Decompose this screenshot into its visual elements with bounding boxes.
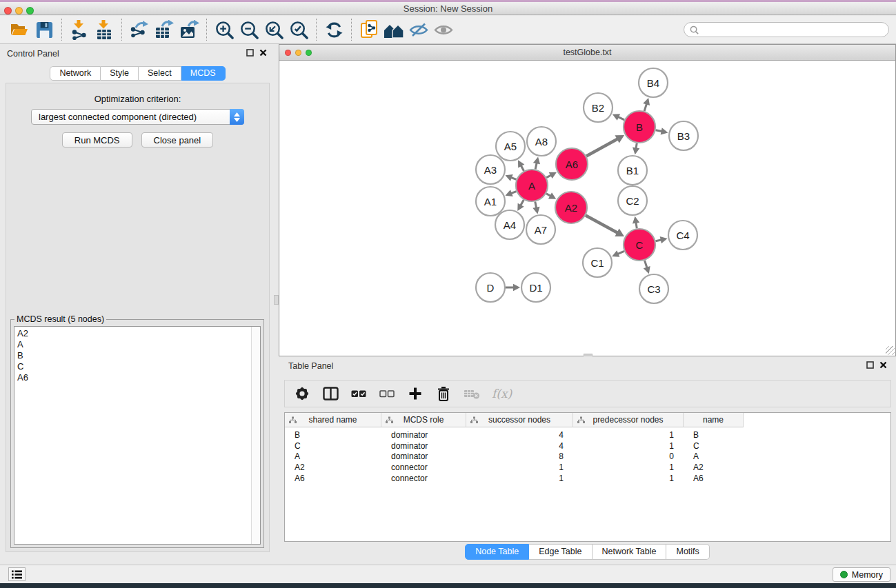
graph-node-A3[interactable]: A3 bbox=[476, 155, 505, 184]
table-cell[interactable]: dominator bbox=[381, 441, 466, 451]
column-header-successor-nodes[interactable]: successor nodes bbox=[466, 413, 573, 427]
result-item[interactable]: C bbox=[17, 361, 249, 372]
table-cell[interactable]: B bbox=[684, 430, 744, 440]
table-row[interactable]: A2connector11A2 bbox=[285, 462, 890, 473]
zoom-fit-button[interactable] bbox=[261, 18, 286, 41]
graph-node-B3[interactable]: B3 bbox=[669, 121, 698, 150]
graph-node-A2[interactable]: A2 bbox=[555, 192, 587, 223]
import-network-button[interactable] bbox=[67, 18, 92, 41]
table-cell[interactable]: 1 bbox=[466, 463, 573, 472]
duplicate-network-button[interactable] bbox=[357, 18, 381, 41]
show-columns-button[interactable] bbox=[322, 385, 339, 402]
graph-node-C1[interactable]: C1 bbox=[583, 248, 612, 277]
graph-node-B1[interactable]: B1 bbox=[618, 156, 647, 185]
zoom-selected-button[interactable] bbox=[286, 18, 311, 41]
table-cell[interactable]: A bbox=[684, 452, 744, 461]
table-settings-button[interactable] bbox=[294, 385, 310, 402]
float-panel-icon[interactable] bbox=[246, 49, 254, 57]
graph-node-D1[interactable]: D1 bbox=[521, 273, 550, 302]
zoom-out-button[interactable] bbox=[237, 18, 261, 41]
graph-node-C2[interactable]: C2 bbox=[618, 186, 647, 215]
table-cell[interactable]: dominator bbox=[381, 452, 466, 461]
run-mcds-button[interactable]: Run MCDS bbox=[62, 132, 132, 148]
graph-node-C4[interactable]: C4 bbox=[668, 221, 697, 250]
result-item[interactable]: B bbox=[17, 350, 249, 361]
graph-node-A7[interactable]: A7 bbox=[526, 215, 555, 244]
graph-node-C3[interactable]: C3 bbox=[639, 274, 668, 303]
graph-node-C[interactable]: C bbox=[624, 229, 655, 261]
table-cell[interactable]: 1 bbox=[573, 430, 684, 440]
graph-node-B4[interactable]: B4 bbox=[639, 68, 668, 97]
hide-graphics-details-button[interactable] bbox=[406, 18, 431, 41]
table-row[interactable]: Cdominator41C bbox=[285, 440, 890, 452]
result-scrollbar[interactable] bbox=[251, 327, 260, 544]
column-header-MCDS-role[interactable]: MCDS role bbox=[381, 413, 466, 427]
graph-node-A8[interactable]: A8 bbox=[527, 127, 556, 156]
save-session-button[interactable] bbox=[32, 18, 57, 41]
graph-node-A[interactable]: A bbox=[516, 170, 548, 201]
graph-node-A1[interactable]: A1 bbox=[476, 187, 505, 216]
network-graph[interactable]: B4B2BB3A5A8A6A3AB1A1A2C2A4A7C4CC1C3DD1 bbox=[279, 61, 895, 356]
graph-node-A6[interactable]: A6 bbox=[556, 148, 588, 180]
deselect-all-button[interactable] bbox=[379, 385, 395, 402]
tab-style[interactable]: Style bbox=[101, 66, 139, 81]
column-header-name[interactable]: name bbox=[684, 413, 744, 427]
graph-node-B2[interactable]: B2 bbox=[584, 93, 613, 122]
table-row[interactable]: Bdominator41B bbox=[285, 429, 890, 440]
task-history-button[interactable] bbox=[8, 567, 26, 581]
tab-network[interactable]: Network bbox=[50, 66, 101, 81]
result-item[interactable]: A6 bbox=[17, 372, 249, 383]
table-cell[interactable]: A6 bbox=[684, 474, 744, 483]
table-cell[interactable]: C bbox=[285, 441, 381, 451]
export-image-button[interactable] bbox=[177, 18, 201, 41]
graph-node-A5[interactable]: A5 bbox=[496, 132, 525, 161]
table-tab-motifs[interactable]: Motifs bbox=[666, 544, 709, 560]
table-tab-network-table[interactable]: Network Table bbox=[593, 544, 667, 560]
resize-grip[interactable] bbox=[886, 346, 895, 355]
tab-select[interactable]: Select bbox=[139, 66, 181, 81]
table-cell[interactable]: 4 bbox=[466, 441, 573, 451]
zoom-in-button[interactable] bbox=[212, 18, 237, 41]
tab-mcds[interactable]: MCDS bbox=[181, 66, 226, 81]
table-cell[interactable]: connector bbox=[381, 463, 466, 472]
export-table-button[interactable] bbox=[152, 18, 177, 41]
network-canvas[interactable]: B4B2BB3A5A8A6A3AB1A1A2C2A4A7C4CC1C3DD1 bbox=[279, 61, 895, 356]
table-cell[interactable]: 1 bbox=[573, 463, 684, 472]
table-cell[interactable]: dominator bbox=[381, 430, 466, 440]
table-cell[interactable]: 8 bbox=[466, 452, 573, 461]
table-cell[interactable]: A6 bbox=[285, 474, 381, 483]
table-cell[interactable]: B bbox=[285, 430, 381, 440]
close-panel-button[interactable]: Close panel bbox=[141, 132, 214, 148]
graph-node-D[interactable]: D bbox=[476, 273, 505, 302]
show-graphics-details-button[interactable] bbox=[431, 18, 456, 41]
table-row[interactable]: Adominator80A bbox=[285, 451, 890, 462]
open-session-button[interactable] bbox=[7, 18, 32, 41]
float-table-panel-icon[interactable] bbox=[866, 361, 874, 369]
table-cell[interactable]: A2 bbox=[285, 463, 381, 472]
show-all-networks-button[interactable] bbox=[381, 18, 406, 41]
table-tab-node-table[interactable]: Node Table bbox=[465, 544, 529, 560]
table-cell[interactable]: connector bbox=[381, 474, 466, 483]
table-tab-edge-table[interactable]: Edge Table bbox=[529, 544, 592, 560]
table-cell[interactable]: 0 bbox=[573, 452, 684, 461]
graph-node-A4[interactable]: A4 bbox=[495, 210, 524, 239]
search-input[interactable] bbox=[702, 24, 883, 35]
table-cell[interactable]: 4 bbox=[466, 430, 573, 440]
criterion-dropdown[interactable]: largest connected component (directed) bbox=[31, 109, 244, 125]
table-cell[interactable]: A2 bbox=[684, 463, 744, 472]
export-network-button[interactable] bbox=[127, 18, 152, 41]
import-table-button[interactable] bbox=[92, 18, 117, 41]
add-column-button[interactable] bbox=[407, 385, 424, 402]
graph-edge-A6-B[interactable] bbox=[586, 139, 618, 156]
splitter-collapse-handle[interactable] bbox=[274, 295, 279, 305]
result-item[interactable]: A bbox=[17, 339, 249, 350]
close-panel-icon[interactable] bbox=[259, 49, 267, 57]
close-table-panel-icon[interactable] bbox=[879, 361, 887, 369]
delete-column-button[interactable] bbox=[435, 385, 452, 402]
table-cell[interactable]: A bbox=[285, 452, 381, 461]
table-cell[interactable]: 1 bbox=[466, 474, 573, 483]
select-all-button[interactable] bbox=[350, 385, 367, 402]
memory-button[interactable]: Memory bbox=[833, 567, 890, 582]
table-cell[interactable]: C bbox=[684, 441, 744, 451]
graph-edge-A2-C[interactable] bbox=[586, 215, 618, 233]
